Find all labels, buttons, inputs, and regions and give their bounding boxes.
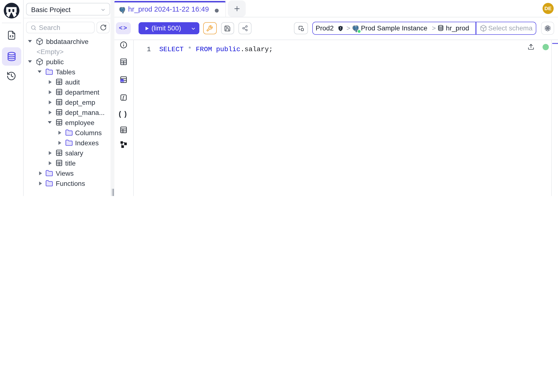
svg-text:f: f <box>122 95 124 100</box>
